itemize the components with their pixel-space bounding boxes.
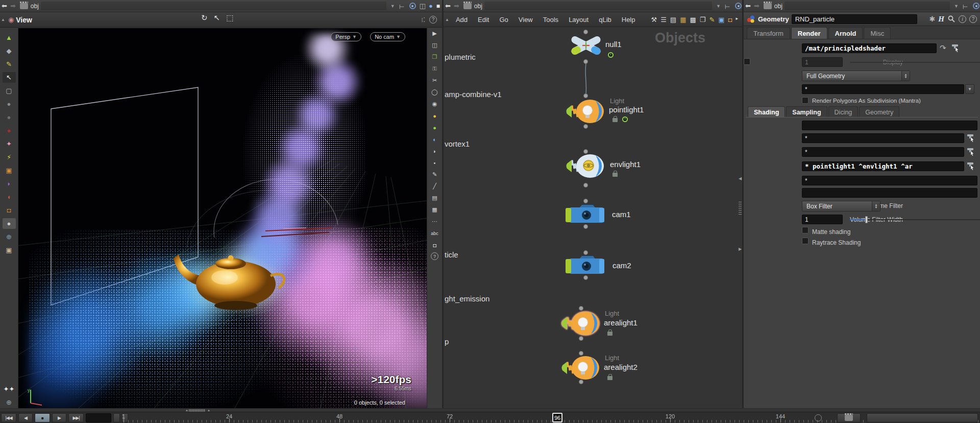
crowd-icon[interactable]: ▣: [3, 165, 16, 176]
menu-qlib[interactable]: qLib: [594, 16, 617, 24]
viewport-path-field[interactable]: [41, 2, 386, 10]
volume-filter-width-slider[interactable]: [850, 219, 980, 220]
forward-icon[interactable]: ➡: [754, 2, 760, 10]
pin-icon[interactable]: [963, 3, 969, 9]
lightning-icon[interactable]: ⚡: [3, 152, 16, 162]
info-icon[interactable]: i: [959, 15, 966, 23]
subtab-shading[interactable]: Shading: [748, 106, 785, 118]
operator-pick-icon[interactable]: [966, 133, 975, 143]
volume-filter-width-field[interactable]: 1: [802, 215, 843, 224]
subtab-sampling[interactable]: Sampling: [786, 106, 827, 118]
bucket-icon[interactable]: ▣: [3, 245, 16, 255]
pose-tool-icon[interactable]: ●: [3, 218, 16, 229]
node-output-dot[interactable]: [583, 183, 588, 187]
lightbulb-green-icon[interactable]: ●: [430, 123, 440, 132]
flipbook-button[interactable]: [837, 413, 861, 422]
operator-pick-icon[interactable]: [966, 161, 975, 171]
frame-input[interactable]: [86, 413, 111, 422]
forward-icon[interactable]: ➡: [454, 2, 459, 10]
display-toggle-checkbox[interactable]: [744, 58, 750, 65]
cube-icon[interactable]: ◫: [420, 2, 426, 10]
search-icon[interactable]: [947, 15, 955, 23]
pin-icon[interactable]: [725, 3, 731, 9]
houdini-help-icon[interactable]: H: [938, 15, 944, 24]
lightbulb-yellow-icon[interactable]: ●: [430, 111, 440, 120]
playback-options-field[interactable]: [867, 413, 978, 422]
ragdoll-icon[interactable]: ◖: [3, 192, 16, 202]
dropdown-button-icon[interactable]: ▼: [965, 84, 974, 94]
node-input-dot[interactable]: [583, 250, 588, 255]
operator-pick-icon[interactable]: [966, 147, 975, 156]
color-palette-icon[interactable]: ▦: [680, 16, 686, 24]
jump-to-operator-icon[interactable]: ↷: [940, 43, 946, 53]
node-envlight1[interactable]: [566, 153, 606, 179]
back-icon[interactable]: ⬅: [2, 2, 7, 10]
node-arealight1[interactable]: [561, 311, 602, 336]
tree-list-icon[interactable]: ☰: [660, 16, 667, 24]
playbar-option-button[interactable]: [113, 413, 120, 422]
back-icon[interactable]: ⬅: [745, 2, 751, 10]
light-selection-field[interactable]: *: [802, 176, 977, 185]
point-icon[interactable]: •: [430, 158, 440, 167]
tab-arnold[interactable]: Arnold: [828, 27, 863, 39]
node-label[interactable]: envlight1: [610, 160, 641, 169]
lpe-tag-field[interactable]: [802, 188, 977, 198]
categories-field[interactable]: [802, 121, 977, 130]
clock-badge-icon[interactable]: [608, 52, 614, 58]
splitter-up-icon[interactable]: ▲: [1, 17, 5, 22]
node-output-dot[interactable]: [579, 336, 583, 341]
hand-tool-icon[interactable]: ●: [3, 99, 16, 109]
chevron-down-icon[interactable]: ▼: [716, 4, 721, 9]
stepper-icon[interactable]: ▲▼: [901, 71, 910, 81]
sticky-note-icon[interactable]: ✎: [709, 16, 715, 24]
stepper-icon[interactable]: ▲▼: [872, 201, 880, 211]
matte-checkbox[interactable]: [802, 227, 808, 233]
pen-icon[interactable]: ✎: [3, 59, 16, 69]
node-output-dot[interactable]: [583, 224, 588, 229]
display-field[interactable]: 1: [802, 57, 843, 67]
go-start-button[interactable]: |◀◀: [1, 413, 16, 422]
grid2-icon[interactable]: ▦: [430, 205, 440, 214]
raytrace-checkbox[interactable]: [802, 238, 808, 244]
camera-icon[interactable]: ◉: [430, 100, 440, 108]
render-visibility-field[interactable]: *: [802, 84, 964, 94]
node-label[interactable]: arealight1: [604, 318, 638, 327]
node-pointlight1[interactable]: [566, 99, 606, 124]
viewport-path[interactable]: obj: [31, 3, 39, 10]
network-canvas[interactable]: Objects plumetric amp-combine-v1 vortex1…: [444, 27, 742, 412]
menu-help[interactable]: Help: [617, 16, 641, 24]
link-icon[interactable]: ⁝⁚: [421, 16, 425, 24]
viewport-canvas[interactable]: Persp▼ No cam▼ >120fps 6.55ms 0 objects,…: [18, 28, 427, 412]
node-label[interactable]: pointlight1: [609, 105, 644, 114]
dots-icon[interactable]: ⋯: [430, 217, 440, 226]
figures-icon[interactable]: ✦✦: [3, 384, 16, 394]
prev-frame-button[interactable]: ◀: [18, 413, 33, 422]
volume-filter-dropdown[interactable]: Box Filter ▲▼: [802, 201, 880, 212]
slider-thumb[interactable]: [865, 216, 868, 223]
node-cam1[interactable]: [565, 204, 607, 225]
light-mask-field[interactable]: * pointlight1 ^envlight1 ^ar: [802, 161, 964, 171]
menu-layout[interactable]: Layout: [564, 16, 594, 24]
params-path-field[interactable]: [785, 2, 950, 10]
flatten-icon[interactable]: ▤: [430, 194, 440, 202]
help-icon[interactable]: ?: [969, 15, 977, 23]
chevron-down-icon[interactable]: ▼: [390, 4, 395, 9]
node-input-dot[interactable]: [583, 199, 588, 203]
half-sphere-icon[interactable]: ◗: [430, 147, 440, 155]
params-path[interactable]: obj: [774, 3, 782, 10]
scissors-icon[interactable]: ✂: [430, 76, 440, 85]
node-cam2[interactable]: [565, 255, 607, 276]
package-icon[interactable]: ◘: [728, 16, 732, 24]
help-icon[interactable]: ?: [429, 16, 437, 24]
menu-edit[interactable]: Edit: [473, 16, 494, 24]
back-icon[interactable]: ⬅: [445, 2, 451, 10]
bullseye-icon[interactable]: [409, 3, 416, 9]
select-cursor-icon[interactable]: ↖: [214, 13, 220, 22]
refraction-mask-field[interactable]: *: [802, 147, 964, 157]
play-button[interactable]: ▶: [52, 413, 66, 422]
rotate-cursor-icon[interactable]: ↻: [201, 13, 208, 22]
node-label[interactable]: null1: [605, 40, 622, 49]
node-arealight2[interactable]: [561, 355, 602, 381]
tab-transform[interactable]: Transform: [747, 27, 790, 39]
network-path[interactable]: obj: [474, 3, 482, 10]
